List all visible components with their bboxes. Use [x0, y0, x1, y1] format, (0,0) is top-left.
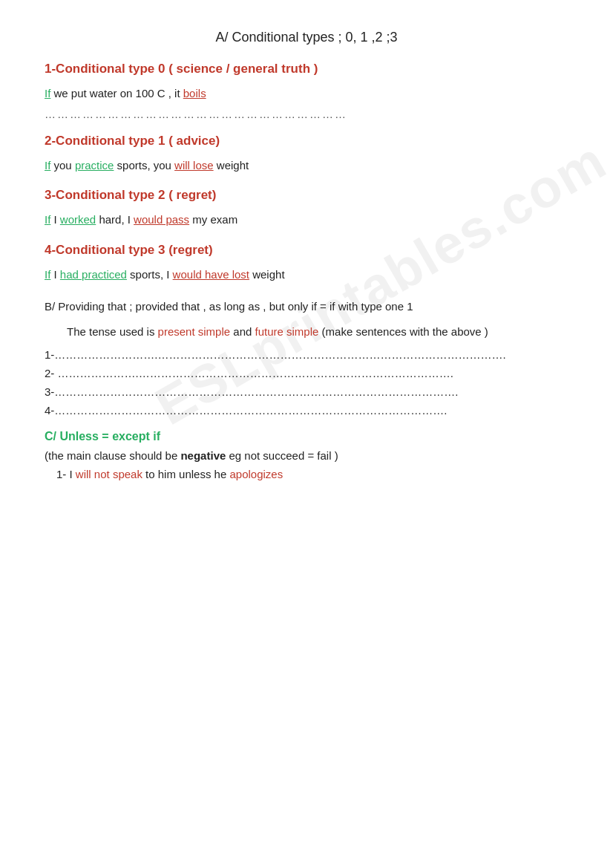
section2-block: 2-Conditional type 1 ( advice) If you pr…: [45, 134, 568, 175]
b-section-text: B/ Providing that ; provided that , as l…: [45, 297, 568, 316]
section3-example: If I worked hard, I would pass my exam: [45, 210, 568, 229]
section3-title: 3-Conditional type 2 ( regret): [45, 188, 568, 203]
s2-weight: weight: [214, 159, 249, 172]
c-example-line: 1- I will not speak to him unless he apo…: [56, 468, 568, 480]
c-negative: negative: [180, 449, 226, 462]
s4-would-have-lost: would have lost: [173, 268, 249, 281]
s3-would-pass: would pass: [134, 213, 189, 226]
section1-example: If we put water on 100 C , it boils: [45, 84, 568, 103]
section2-example: If you practice sports, you will lose we…: [45, 156, 568, 175]
s2-you: you: [50, 159, 75, 172]
section2-title: 2-Conditional type 1 ( advice): [45, 134, 568, 149]
c-equals: = except if: [99, 430, 160, 443]
b-future-simple: future simple: [255, 325, 319, 338]
section1-pre: we put water on 100 C , it: [50, 87, 183, 99]
c-example-pre: I: [66, 468, 76, 480]
main-title: A/ Conditional types ; 0, 1 ,2 ;3: [45, 30, 568, 45]
c-example-mid: to him unless he: [142, 468, 230, 480]
c-will-not-speak: will not speak: [76, 468, 142, 480]
s4-sports: sports, I: [127, 268, 173, 281]
section4-example: If I had practiced sports, I would have …: [45, 265, 568, 284]
s2-will-lose: will lose: [174, 159, 214, 172]
section1-boils: boils: [183, 87, 206, 99]
b-line-4: 4-…………………………………………………………………………………………….: [45, 404, 568, 417]
b-tense-prefix: The tense used is: [67, 325, 158, 338]
c-desc-line: (the main clause should be negative eg n…: [45, 449, 568, 462]
section1-dotted: ………………………………………………………………: [45, 108, 568, 120]
s4-had-practiced: had practiced: [60, 268, 127, 281]
b-line-2: 2- ………………….………………………………………………………………………….: [45, 367, 568, 379]
s4-i: I: [50, 268, 60, 281]
c-section-block: C/ Unless = except if (the main clause s…: [45, 430, 568, 480]
s4-weight: weight: [249, 268, 285, 281]
section3-block: 3-Conditional type 2 ( regret) If I work…: [45, 188, 568, 229]
b-line-3: 3-……………………………………………………………………………………………….: [45, 385, 568, 398]
c-desc2: eg not succeed = fail ): [226, 449, 338, 462]
b-tense-line: The tense used is present simple and fut…: [67, 322, 568, 342]
section1-block: 1-Conditional type 0 ( science / general…: [45, 62, 568, 120]
section4-title: 4-Conditional type 3 (regret): [45, 243, 568, 258]
c-example-num: 1-: [56, 468, 66, 480]
b-and: and: [230, 325, 255, 338]
c-apologizes: apologizes: [229, 468, 283, 480]
s3-exam: my exam: [189, 213, 237, 226]
section1-title: 1-Conditional type 0 ( science / general…: [45, 62, 568, 76]
s3-hard: hard, I: [96, 213, 134, 226]
c-label-line: C/ Unless = except if: [45, 430, 568, 443]
s3-i: I: [50, 213, 60, 226]
b-section-block: B/ Providing that ; provided that , as l…: [45, 297, 568, 417]
c-label: C/: [45, 430, 56, 443]
b-make-sentences: (make sentences with the above ): [318, 325, 488, 338]
c-desc: (the main clause should be: [45, 449, 180, 462]
section4-block: 4-Conditional type 3 (regret) If I had p…: [45, 243, 568, 284]
b-present-simple: present simple: [158, 325, 231, 338]
c-unless: Unless: [56, 430, 99, 443]
b-line-1: 1-……………………….……………………………………………………………………………: [45, 348, 568, 361]
s3-worked: worked: [60, 213, 96, 226]
s2-rest: sports, you: [114, 159, 174, 172]
s2-practice: practice: [75, 159, 114, 172]
